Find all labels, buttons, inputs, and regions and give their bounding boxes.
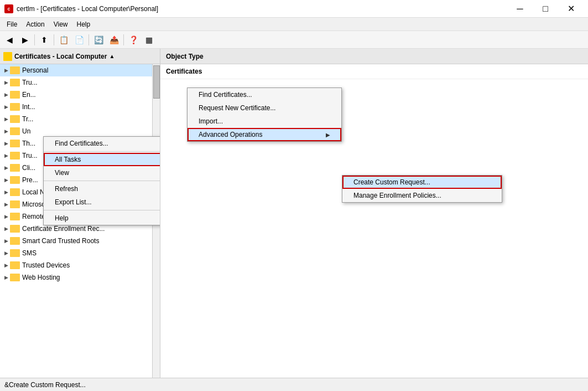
up-button[interactable]: ⬆ xyxy=(37,33,51,47)
ctx-help[interactable]: Help xyxy=(44,212,160,225)
tree-arrow-3: ▶ xyxy=(2,91,10,99)
toolbar-separator2 xyxy=(54,34,54,45)
tree-label-7: Th... xyxy=(22,140,35,147)
sub-advanced-ops[interactable]: Advanced Operations ▶ xyxy=(188,128,341,141)
ctx-refresh-label: Refresh xyxy=(55,185,78,193)
toolbar-separator4 xyxy=(123,34,124,45)
ctx-export-list-label: Export List... xyxy=(55,198,92,206)
tree-item-web-hosting[interactable]: ▶ Web Hosting xyxy=(0,271,160,284)
ctx-all-tasks[interactable]: All Tasks ▶ xyxy=(44,153,160,166)
tree-header-label: Certificates - Local Computer xyxy=(14,53,107,60)
tree-item-3[interactable]: ▶ En... xyxy=(0,89,160,101)
close-button[interactable]: ✕ xyxy=(558,0,584,18)
tree-label-un: Un xyxy=(22,127,30,135)
tree-arrow-pre: ▶ xyxy=(2,176,10,184)
view-button[interactable]: ▦ xyxy=(142,33,156,47)
tree-item-smart-card[interactable]: ▶ Smart Card Trusted Roots xyxy=(0,235,160,247)
tree-item-5[interactable]: ▶ Tr... xyxy=(0,113,160,125)
folder-icon-trusted-devices xyxy=(10,261,20,269)
minimize-button[interactable]: ─ xyxy=(507,0,533,18)
sub-import-label: Import... xyxy=(199,117,223,125)
tree-item-un[interactable]: ▶ Un xyxy=(0,125,160,137)
help-button[interactable]: ❓ xyxy=(126,33,141,47)
app-icon: c xyxy=(4,4,13,13)
ctx-sep1 xyxy=(44,151,160,152)
tree-header: Certificates - Local Computer ▲ xyxy=(0,49,160,64)
right-header: Object Type xyxy=(160,49,588,64)
status-text: &Create Custom Request... xyxy=(4,381,86,389)
menu-bar: File Action View Help xyxy=(0,18,588,31)
tree-item-sms[interactable]: ▶ SMS xyxy=(0,247,160,259)
sub-import[interactable]: Import... xyxy=(188,115,341,128)
tree-item-4[interactable]: ▶ Int... xyxy=(0,101,160,113)
adv-create-custom-request-label: Create Custom Request... xyxy=(353,178,430,186)
folder-icon-9 xyxy=(10,164,20,172)
folder-icon-personal xyxy=(10,66,20,74)
adv-create-custom-request[interactable]: Create Custom Request... xyxy=(342,176,502,189)
tree-arrow-local-non: ▶ xyxy=(2,188,10,196)
tree-arrow-web-hosting: ▶ xyxy=(2,274,10,281)
tree-label-smart-card: Smart Card Trusted Roots xyxy=(22,237,99,245)
copy-button[interactable]: 📋 xyxy=(56,33,71,47)
tree-arrow-remote-desktop: ▶ xyxy=(2,213,10,220)
tree-item-personal[interactable]: ▶ Personal xyxy=(0,64,160,76)
folder-icon-5 xyxy=(10,115,20,123)
back-button[interactable]: ◀ xyxy=(2,33,17,47)
tree-arrow-4: ▶ xyxy=(2,103,10,111)
folder-icon-web-hosting xyxy=(10,274,20,281)
tree-label-4: Int... xyxy=(22,103,35,111)
toolbar-separator3 xyxy=(89,34,89,45)
tree-arrow-un: ▶ xyxy=(2,127,10,135)
folder-icon-remote-desktop xyxy=(10,213,20,220)
tree-arrow-7: ▶ xyxy=(2,140,10,147)
folder-icon-local-non xyxy=(10,188,20,196)
tree-item-2[interactable]: ▶ Tru... xyxy=(0,76,160,89)
ctx-help-label: Help xyxy=(55,214,69,222)
forward-button[interactable]: ▶ xyxy=(18,33,32,47)
all-tasks-submenu: Find Certificates... Request New Certifi… xyxy=(187,88,342,142)
right-subheader: Certificates xyxy=(160,64,588,79)
sub-find-certs[interactable]: Find Certificates... xyxy=(188,88,341,101)
ctx-refresh[interactable]: Refresh xyxy=(44,182,160,195)
folder-icon-4 xyxy=(10,103,20,111)
sub-find-certs-label: Find Certificates... xyxy=(199,91,252,99)
ctx-find-certs[interactable]: Find Certificates... xyxy=(44,137,160,150)
tree-item-trusted-devices[interactable]: ▶ Trusted Devices xyxy=(0,259,160,271)
menu-action[interactable]: Action xyxy=(22,19,49,29)
ctx-all-tasks-label: All Tasks xyxy=(55,156,81,163)
folder-icon-smart-card xyxy=(10,237,20,245)
tree-label-personal: Personal xyxy=(22,66,48,74)
menu-view[interactable]: View xyxy=(49,19,72,29)
menu-help[interactable]: Help xyxy=(72,19,95,29)
refresh-button[interactable]: 🔄 xyxy=(91,33,106,47)
folder-icon-un xyxy=(10,127,20,135)
adv-manage-enrollment[interactable]: Manage Enrollment Policies... xyxy=(342,189,502,202)
maximize-button[interactable]: □ xyxy=(533,0,558,18)
paste-button[interactable]: 📄 xyxy=(72,33,86,47)
ctx-view-label: View xyxy=(55,169,69,177)
folder-icon-sms xyxy=(10,249,20,257)
folder-icon-cert-enroll xyxy=(10,225,20,233)
sub-request-new-label: Request New Certificate... xyxy=(199,104,275,112)
right-subheader-label: Certificates xyxy=(166,68,202,75)
tree-arrow-cert-enroll: ▶ xyxy=(2,225,10,233)
sub-request-new[interactable]: Request New Certificate... xyxy=(188,101,341,115)
tree-pane: Certificates - Local Computer ▲ ▶ Person… xyxy=(0,49,160,378)
toolbar-separator xyxy=(34,34,35,45)
col-header-object-type: Object Type xyxy=(166,53,204,60)
ctx-export-list[interactable]: Export List... xyxy=(44,195,160,209)
status-bar: &Create Custom Request... xyxy=(0,378,588,391)
tree-arrow-sms: ▶ xyxy=(2,249,10,257)
ctx-view[interactable]: View ▶ xyxy=(44,166,160,179)
tree-label-8: Tru... xyxy=(22,152,38,160)
tree-arrow-2: ▶ xyxy=(2,79,10,86)
sub-advanced-ops-arrow: ▶ xyxy=(326,132,330,138)
folder-icon-pre xyxy=(10,176,20,184)
tree-arrow-ms-mon: ▶ xyxy=(2,200,10,208)
menu-file[interactable]: File xyxy=(2,19,22,29)
tree-label-3: En... xyxy=(22,91,36,99)
export-button[interactable]: 📤 xyxy=(107,33,121,47)
tree-expand-icon[interactable]: ▲ xyxy=(109,53,115,59)
tree-label-2: Tru... xyxy=(22,79,38,86)
tree-label-pre: Pre... xyxy=(22,176,38,184)
